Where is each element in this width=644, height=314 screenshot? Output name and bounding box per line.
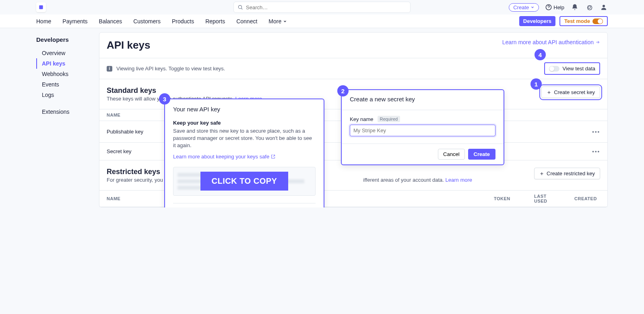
- create-label: Create: [513, 4, 529, 10]
- row-menu-icon[interactable]: •••: [592, 148, 600, 154]
- topbar: Create Help: [0, 0, 644, 14]
- new-key-body: Your new API key Keep your key safe Save…: [165, 99, 324, 207]
- help-label: Help: [553, 4, 564, 10]
- sidebar-item-api-keys[interactable]: API keys: [36, 58, 99, 69]
- sidebar-group-2: Extensions: [36, 107, 99, 117]
- keep-safe-heading: Keep your key safe: [173, 120, 316, 126]
- sidebar-item-extensions[interactable]: Extensions: [36, 107, 99, 117]
- learn-auth-link[interactable]: Learn more about API authentication: [502, 39, 600, 45]
- step-badge-3: 3: [159, 93, 170, 105]
- add-note-label: Add a note: [173, 203, 316, 207]
- nav-balances[interactable]: Balances: [99, 18, 122, 25]
- nav-right: Developers Test mode: [519, 16, 608, 26]
- step-badge-1: 1: [530, 78, 542, 90]
- notice-text: Viewing live API keys. Toggle to view te…: [116, 66, 225, 72]
- step-badge-4: 4: [535, 49, 546, 60]
- sidebar-item-logs[interactable]: Logs: [36, 90, 99, 100]
- test-mode-toggle[interactable]: [592, 18, 603, 24]
- dialog-header: Create a new secret key: [342, 90, 504, 110]
- test-mode-pill[interactable]: Test mode: [559, 16, 608, 26]
- help-icon: [545, 4, 552, 10]
- nav-products[interactable]: Products: [172, 18, 194, 25]
- search-icon: [237, 4, 243, 10]
- dialog-footer: Cancel Create: [342, 144, 504, 164]
- info-icon: i: [107, 66, 112, 72]
- step-badge-2: 2: [337, 85, 349, 96]
- keep-safe-link[interactable]: Learn more about keeping your keys safe: [173, 154, 316, 160]
- cancel-button[interactable]: Cancel: [438, 149, 464, 160]
- notice-text-wrap: i Viewing live API keys. Toggle to view …: [107, 66, 225, 72]
- view-test-data-toggle[interactable]: View test data: [544, 62, 600, 75]
- developers-pill[interactable]: Developers: [519, 16, 555, 26]
- chevron-down-icon: [283, 19, 287, 23]
- nav-items: Home Payments Balances Customers Product…: [36, 18, 287, 25]
- nav-home[interactable]: Home: [36, 18, 51, 25]
- view-test-label: View test data: [563, 66, 595, 72]
- nav-more[interactable]: More: [268, 18, 287, 25]
- sidebar-item-overview[interactable]: Overview: [36, 48, 99, 58]
- col-token: TOKEN: [487, 191, 527, 207]
- keep-safe-text: Save and store this new key to a secure …: [173, 127, 316, 150]
- col-created: CREATED: [567, 191, 607, 207]
- new-key-title: Your new API key: [173, 106, 316, 113]
- content: API keys Learn more about API authentica…: [99, 28, 608, 207]
- sidebar-group-1: Overview API keys Webhooks Events Logs: [36, 48, 99, 100]
- main-nav: Home Payments Balances Customers Product…: [0, 14, 644, 28]
- keep-safe-link-label: Learn more about keeping your keys safe: [173, 154, 269, 160]
- gear-icon: [586, 4, 593, 11]
- key-name-label: Key name: [350, 116, 374, 122]
- restricted-sub-1: For greater security, you c: [107, 177, 167, 183]
- create-restricted-key-button[interactable]: Create restricted key: [534, 168, 600, 179]
- learn-auth-label: Learn more about API authentication: [502, 39, 594, 45]
- required-badge: Required: [378, 116, 400, 122]
- sidebar-title: Developers: [36, 36, 99, 48]
- stripe-icon: [38, 4, 44, 10]
- dialog-title: Create a new secret key: [350, 96, 495, 103]
- app-logo[interactable]: [36, 2, 46, 12]
- arrow-right-icon: [595, 40, 600, 45]
- create-secret-label: Create secret key: [554, 89, 595, 95]
- sidebar-item-webhooks[interactable]: Webhooks: [36, 69, 99, 79]
- page-title: API keys: [107, 39, 150, 51]
- help-link[interactable]: Help: [545, 4, 564, 10]
- create-restricted-label: Create restricted key: [547, 170, 595, 176]
- plus-icon: [547, 90, 551, 95]
- col-last-used: LAST USED: [527, 191, 567, 207]
- switch-off-icon: [549, 66, 559, 72]
- user-icon: [600, 4, 607, 11]
- click-to-copy-button[interactable]: CLICK TO COPY: [200, 172, 289, 191]
- create-button[interactable]: Create: [509, 3, 539, 12]
- key-copy-area: CLICK TO COPY: [173, 167, 316, 196]
- notice-bar: i Viewing live API keys. Toggle to view …: [99, 58, 607, 79]
- key-name-input[interactable]: [350, 125, 495, 136]
- create-secret-key-button[interactable]: Create secret key: [541, 86, 600, 98]
- chevron-down-icon: [530, 5, 535, 9]
- bell-icon: [571, 4, 578, 11]
- profile-button[interactable]: [600, 3, 608, 11]
- nav-connect[interactable]: Connect: [236, 18, 257, 25]
- restricted-sub-2: ifferent areas of your account data.: [363, 177, 444, 183]
- settings-button[interactable]: [585, 3, 593, 11]
- nav-more-label: More: [268, 18, 281, 25]
- nav-payments[interactable]: Payments: [62, 18, 87, 25]
- svg-point-1: [238, 5, 242, 8]
- create-key-dialog: Create a new secret key Key name Require…: [341, 89, 504, 165]
- notifications-button[interactable]: [571, 3, 579, 11]
- nav-reports[interactable]: Reports: [205, 18, 225, 25]
- svg-line-2: [242, 8, 243, 10]
- sidebar-item-events[interactable]: Events: [36, 79, 99, 90]
- dialog-body: Key name Required: [342, 110, 504, 144]
- row-menu-icon[interactable]: •••: [592, 129, 600, 135]
- sidebar: Developers Overview API keys Webhooks Ev…: [36, 28, 99, 207]
- field-row: Key name Required: [350, 116, 495, 122]
- plus-icon: [539, 171, 544, 176]
- search-input[interactable]: [233, 2, 411, 13]
- svg-point-5: [603, 5, 605, 7]
- search-container: [233, 2, 411, 13]
- new-key-dialog: Your new API key Keep your key safe Save…: [164, 99, 324, 207]
- nav-customers[interactable]: Customers: [133, 18, 161, 25]
- test-mode-label: Test mode: [564, 18, 590, 24]
- restricted-learn-more[interactable]: Learn more: [446, 177, 472, 183]
- create-button[interactable]: Create: [468, 149, 495, 160]
- svg-rect-0: [39, 5, 43, 9]
